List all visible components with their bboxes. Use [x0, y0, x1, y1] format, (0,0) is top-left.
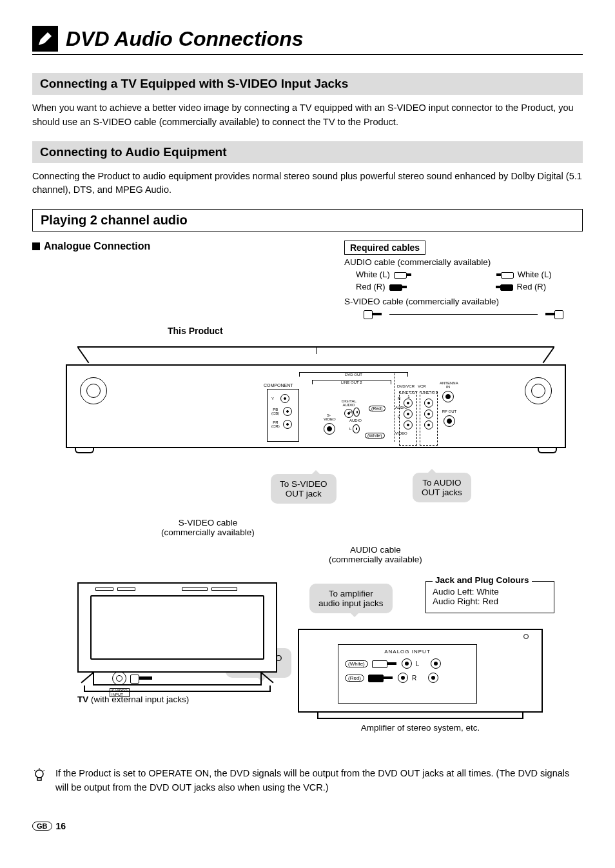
rca-plug-icon	[389, 284, 407, 290]
tv-button-icon	[95, 587, 113, 591]
jack-icon	[280, 394, 289, 403]
tv-diagram: S-VIDEO INPUT TV (with external input ja…	[77, 582, 277, 724]
cable-wire-icon	[389, 314, 538, 315]
square-bullet-icon	[32, 242, 40, 250]
callout-audio-out: To AUDIO OUT jacks	[413, 473, 471, 502]
tv-button-icon	[117, 587, 135, 591]
analogue-heading: Analogue Connection	[32, 241, 150, 252]
rca-plug-icon	[394, 271, 412, 278]
section-audioeq-title: Connecting to Audio Equipment	[32, 141, 583, 163]
coax-jack-icon	[444, 415, 455, 427]
screw-icon	[80, 377, 107, 404]
callout-audio-out-text: To AUDIO OUT jacks	[422, 478, 462, 497]
jack-icon	[404, 409, 413, 419]
jack-icon	[424, 399, 433, 408]
required-label: Required cables	[344, 241, 425, 255]
lightbulb-icon	[32, 767, 46, 795]
line-out-2-label: LINE OUT 2	[312, 380, 391, 384]
plug-white-r-label: White (L)	[518, 270, 552, 279]
jack-icon	[283, 407, 292, 416]
vcr-label: VCR	[418, 384, 426, 388]
tv-button-icon	[182, 587, 208, 591]
analogue-heading-text: Analogue Connection	[44, 241, 150, 252]
jack-icon	[353, 424, 360, 433]
section-svideo-body: When you want to achieve a better video …	[32, 101, 583, 130]
dvdvcr-label: DVD/VCR	[397, 384, 415, 388]
component-label: COMPONENT	[264, 383, 293, 388]
amp-caption: Amplifier of stereo system, etc.	[298, 723, 543, 733]
svideo-cable-label: S-VIDEO cable (commercially available)	[344, 297, 583, 306]
component-jack-block: COMPONENT Y PB (CB) PR (CR)	[267, 389, 299, 442]
pb-label: PB (CB)	[271, 408, 279, 415]
rca-plug-icon	[372, 660, 398, 667]
r-mini-label: R	[398, 397, 400, 400]
svideo-out-block: S-VIDEO	[320, 411, 338, 442]
product-rear-panel: DVD OUT LINE OUT 2 COMPONENT Y PB (CB) P…	[77, 346, 554, 456]
foot-icon	[538, 447, 557, 453]
callout-svideo-out-text: To S-VIDEO OUT jack	[280, 479, 327, 498]
audio-mini-label: AUDIO	[395, 406, 407, 409]
svideo-plug-icon	[130, 675, 153, 682]
coax-jack-icon	[442, 391, 454, 402]
footer-region: GB	[32, 822, 52, 831]
jack-icon	[353, 408, 360, 417]
amp-analog-input-label: ANALOG INPUT	[345, 649, 470, 655]
product-label: This Product	[168, 326, 223, 336]
antenna-in-label: ANTENNA IN	[440, 381, 456, 389]
audio-label: AUDIO	[349, 419, 362, 422]
red-tag: (Red)	[369, 406, 386, 411]
amp-r-label: R	[412, 675, 416, 682]
jack-colours-box: Jack and Plug Colours Audio Left: White …	[425, 581, 554, 613]
plug-red-l-label: Red (R)	[356, 282, 386, 291]
jack-icon	[431, 658, 441, 669]
section-audioeq-body: Connecting the Product to audio equipmen…	[32, 170, 583, 198]
jack-colours-right: Audio Right: Red	[433, 597, 547, 606]
tv-button-icon	[211, 587, 237, 591]
white-tag: (White)	[365, 433, 385, 439]
pr-label: PR (CR)	[271, 420, 280, 428]
tv-caption-bold: TV	[77, 695, 88, 704]
section-svideo-title: Connecting a TV Equipped with S-VIDEO In…	[32, 73, 583, 95]
play2ch-title: Playing 2 channel audio	[32, 209, 583, 232]
svideo-jack-icon	[324, 423, 335, 435]
svg-rect-1	[37, 778, 41, 780]
audio-cable-label: AUDIO cable (commercially available)	[344, 257, 583, 267]
rca-plug-icon	[495, 284, 513, 290]
page-title: DVD Audio Connections	[66, 27, 304, 51]
amp-l-label: L	[416, 660, 420, 667]
tv-caption: TV (with external input jacks)	[77, 695, 277, 704]
l-label: L	[349, 427, 351, 431]
jack-icon	[428, 673, 438, 683]
jack-colours-title: Jack and Plug Colours	[433, 575, 532, 585]
rf-out-label: RF OUT	[441, 409, 458, 413]
l-mini-label: L	[398, 415, 400, 419]
amp-white-tag: (White)	[345, 660, 368, 667]
lineout1-label: LINE OUT 1	[398, 391, 419, 399]
callout-amp-in-text: To amplifier audio input jacks	[318, 589, 384, 608]
pencil-icon	[32, 26, 58, 52]
tip-text: If the Product is set to OPERATE ON, the…	[55, 767, 583, 795]
plug-red-r-label: Red (R)	[517, 282, 547, 291]
svideo-plug-icon	[544, 310, 563, 318]
audio-out-block: R AUDIO L	[346, 403, 364, 442]
svg-line-3	[34, 770, 35, 771]
cable-white-left: White (L)	[349, 270, 412, 279]
plug-white-l-label: White (L)	[356, 270, 390, 279]
linein1-label: LINE IN 1	[419, 391, 440, 395]
jack-icon	[424, 409, 433, 419]
svg-point-0	[35, 770, 43, 778]
r-label: R	[349, 410, 352, 414]
rca-plug-icon	[368, 675, 394, 681]
svg-line-4	[43, 770, 44, 771]
connection-diagram: This Product DVD OUT LINE OUT 2 COMPONEN…	[32, 326, 583, 751]
jack-icon	[283, 420, 292, 429]
svideo-plug-icon	[364, 310, 383, 318]
dvdvcr-block: DVD/VCR LINE OUT 1 VCR LINE IN 1 R AUDIO…	[395, 373, 472, 442]
amp-indicator-icon	[523, 634, 529, 639]
tv-svideo-jack-icon	[112, 671, 126, 686]
screw-icon	[525, 377, 552, 404]
jack-icon	[404, 420, 413, 429]
svideo-label: S-VIDEO	[324, 413, 336, 421]
jack-colours-left: Audio Left: White	[433, 587, 547, 597]
required-cables-block: Required cables AUDIO cable (commerciall…	[344, 241, 583, 322]
